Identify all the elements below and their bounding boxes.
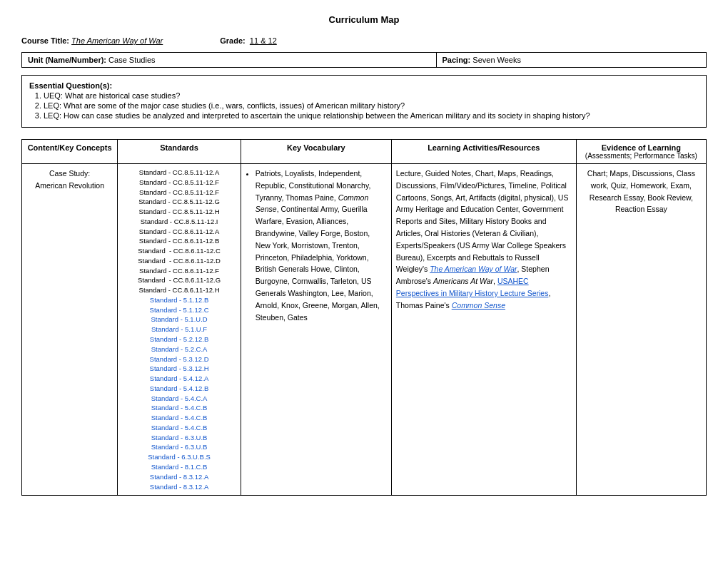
eq-title: Essential Question(s):: [29, 81, 699, 90]
evidence-subtitle: (Assessments; Performance Tasks): [581, 152, 702, 160]
content-cell: Case Study:American Revolution: [22, 164, 118, 496]
essential-questions-box: Essential Question(s): UEQ: What are his…: [21, 75, 707, 128]
course-info: Course Title: The American Way of War Gr…: [21, 36, 707, 45]
link-american-way-of-war[interactable]: The American Way of War: [430, 265, 517, 273]
eq-item-3: LEQ: How can case studies be analyzed an…: [44, 111, 699, 120]
eq-item-1: UEQ: What are historical case studies?: [44, 91, 699, 100]
unit-pacing-table: Unit (Name/Number): Case Studies Pacing:…: [21, 52, 707, 68]
header-standards: Standards: [118, 140, 241, 164]
activities-cell: Lecture, Guided Notes, Chart, Maps, Read…: [391, 164, 576, 496]
standards-cell: Standard - CC.8.5.11-12.A Standard - CC.…: [118, 164, 241, 496]
content-value: Case Study:American Revolution: [35, 169, 104, 190]
header-vocab: Key Vocabulary: [241, 140, 391, 164]
grade-label: Grade:: [220, 36, 245, 45]
header-content: Content/Key Concepts: [22, 140, 118, 164]
table-row: Case Study:American Revolution Standard …: [22, 164, 707, 496]
link-common-sense[interactable]: Common Sense: [452, 301, 505, 310]
course-label: Course Title:: [21, 36, 69, 45]
pacing-value: Seven Weeks: [472, 56, 521, 64]
std-black: Standard - CC.8.5.11-12.A Standard - CC.…: [122, 168, 236, 295]
unit-value: Case Studies: [108, 56, 155, 64]
vocab-cell: Patriots, Loyalists, Independent, Republ…: [241, 164, 391, 496]
std-blue: Standard - 5.1.12.B Standard - 5.1.12.C …: [122, 295, 236, 491]
eq-item-2: LEQ: What are some of the major case stu…: [44, 101, 699, 110]
curriculum-table: Content/Key Concepts Standards Key Vocab…: [21, 139, 707, 496]
course-title: The American Way of War: [71, 36, 163, 45]
eq-list: UEQ: What are historical case studies? L…: [44, 91, 699, 120]
unit-cell: Unit (Name/Number): Case Studies: [22, 53, 437, 68]
pacing-label: Pacing:: [443, 56, 471, 64]
header-activities: Learning Activities/Resources: [391, 140, 576, 164]
unit-label: Unit (Name/Number):: [28, 56, 106, 64]
course-title-block: Course Title: The American Way of War: [21, 36, 163, 45]
page-title: Curriculum Map: [21, 14, 707, 25]
header-evidence: Evidence of Learning (Assessments; Perfo…: [576, 140, 706, 164]
vocab-italic-common-sense: Common Sense: [256, 193, 368, 214]
grade-block: Grade: 11 & 12: [220, 36, 277, 45]
evidence-value: Chart; Maps, Discussions, Class work, Qu…: [587, 169, 695, 213]
grade-value: 11 & 12: [250, 36, 277, 45]
standards-list: Standard - CC.8.5.11-12.A Standard - CC.…: [122, 168, 236, 491]
evidence-cell: Chart; Maps, Discussions, Class work, Qu…: [576, 164, 706, 496]
pacing-cell: Pacing: Seven Weeks: [436, 53, 706, 68]
evidence-title: Evidence of Learning: [581, 143, 702, 152]
vocab-item: Patriots, Loyalists, Independent, Republ…: [256, 168, 387, 323]
